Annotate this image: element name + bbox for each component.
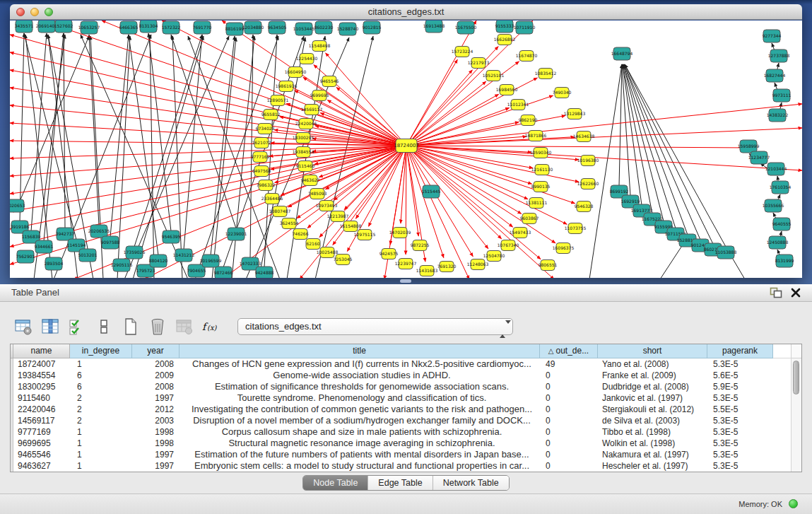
tab-edge-table[interactable]: Edge Table	[368, 476, 433, 490]
cell-name[interactable]: 14569117	[13, 415, 70, 426]
cell-in-degree[interactable]: 2	[70, 415, 132, 426]
cell-short[interactable]: Nakamura et al. (1997)	[598, 449, 707, 460]
zoom-window-button[interactable]	[45, 8, 53, 16]
cell-year[interactable]: 1998	[132, 438, 180, 449]
cell-title[interactable]: Changes of HCN gene expression and I(f) …	[180, 358, 540, 370]
cell-in-degree[interactable]: 6	[70, 370, 132, 381]
cell-short[interactable]: Hescheler et al. (1997)	[598, 460, 707, 472]
cell-short[interactable]: de Silva et al. (2003)	[598, 415, 707, 426]
table-scrollbar-thumb[interactable]	[793, 361, 799, 395]
cell-short[interactable]: Tibbo et al. (1998)	[598, 426, 707, 438]
cell-pagerank[interactable]: 5.3E-5	[707, 426, 773, 438]
cell-year[interactable]: 1997	[132, 392, 180, 404]
window-titlebar[interactable]: citations_edges.txt	[10, 4, 802, 20]
network-view[interactable]: 3435571206914061527602106532576466365813…	[10, 21, 802, 278]
minimize-window-button[interactable]	[30, 8, 39, 16]
cell-out-degree[interactable]: 0	[540, 460, 598, 472]
table-scrollbar[interactable]	[791, 358, 801, 472]
cell-title[interactable]: Tourette syndrome. Phenomenology and cla…	[180, 392, 540, 404]
cell-in-degree[interactable]: 1	[70, 426, 132, 438]
cell-out-degree[interactable]: 0	[540, 449, 598, 460]
cell-in-degree[interactable]: 1	[70, 449, 132, 460]
cell-name[interactable]: 9465546	[13, 449, 70, 460]
cell-pagerank[interactable]: 5.3E-5	[707, 449, 773, 460]
function-builder-icon[interactable]: f (x)	[201, 317, 222, 337]
cell-in-degree[interactable]: 1	[70, 438, 132, 449]
cell-short[interactable]: Stergiakouli et al. (2012)	[598, 404, 707, 415]
cell-title[interactable]: Embryonic stem cells: a model to study s…	[180, 460, 540, 472]
cell-out-degree[interactable]: 0	[540, 438, 598, 449]
table-mode-icon[interactable]	[13, 317, 34, 337]
cell-title[interactable]: Corpus callosum shape and size in male p…	[180, 426, 540, 438]
cell-pagerank[interactable]: 5.3E-5	[707, 415, 773, 426]
cell-pagerank[interactable]: 5.3E-5	[707, 358, 773, 370]
cell-name[interactable]: 9115460	[13, 392, 70, 404]
cell-year[interactable]: 1997	[132, 460, 180, 472]
cell-name[interactable]: 9777169	[13, 426, 70, 438]
column-header-short[interactable]: short	[598, 344, 707, 358]
splitter-grip[interactable]	[400, 279, 411, 283]
cell-title[interactable]: Investigating the contribution of common…	[180, 404, 540, 415]
tab-network-table[interactable]: Network Table	[433, 476, 509, 490]
column-header-pagerank[interactable]: pagerank	[707, 344, 773, 358]
delete-column-icon[interactable]	[147, 317, 168, 337]
cell-year[interactable]: 1998	[132, 426, 180, 438]
cell-out-degree[interactable]: 0	[540, 404, 598, 415]
cell-in-degree[interactable]: 6	[70, 381, 132, 392]
cell-title[interactable]: Estimation of significance thresholds fo…	[180, 381, 540, 392]
cell-out-degree[interactable]: 49	[540, 358, 598, 370]
cell-pagerank[interactable]: 5.3E-5	[707, 438, 773, 449]
cell-out-degree[interactable]: 0	[540, 426, 598, 438]
cell-title[interactable]: Genome-wide association studies in ADHD.	[180, 370, 540, 381]
cell-short[interactable]: Dudbridge et al. (2008)	[598, 381, 707, 392]
cell-in-degree[interactable]: 1	[70, 358, 132, 370]
column-header-out-degree[interactable]: △out_de...	[540, 344, 598, 358]
cell-pagerank[interactable]: 5.9E-5	[707, 381, 773, 392]
cell-title[interactable]: Structural magnetic resonance image aver…	[180, 438, 540, 449]
cell-short[interactable]: Jankovic et al. (1997)	[598, 392, 707, 404]
tab-node-table[interactable]: Node Table	[303, 476, 368, 490]
cell-pagerank[interactable]: 5.3E-5	[707, 392, 773, 404]
cell-pagerank[interactable]: 5.3E-5	[707, 460, 773, 472]
cell-short[interactable]: Wolkin et al. (1998)	[598, 438, 707, 449]
cell-title[interactable]: Disruption of a novel member of a sodium…	[180, 415, 540, 426]
column-header-title[interactable]: title	[180, 344, 540, 358]
cell-name[interactable]: 22420046	[13, 404, 70, 415]
cell-short[interactable]: Yano et al. (2008)	[598, 358, 707, 370]
cell-out-degree[interactable]: 0	[540, 370, 598, 381]
close-window-button[interactable]	[16, 8, 25, 16]
close-panel-icon[interactable]	[789, 287, 802, 298]
show-columns-icon[interactable]	[40, 317, 61, 337]
cell-short[interactable]: Franke et al. (2009)	[598, 370, 707, 381]
cell-name[interactable]: 18300295	[13, 381, 70, 392]
memory-status-icon[interactable]	[789, 499, 798, 508]
cell-out-degree[interactable]: 0	[540, 392, 598, 404]
cell-name[interactable]: 19384554	[13, 370, 70, 381]
cell-year[interactable]: 1997	[132, 449, 180, 460]
cell-year[interactable]: 2008	[132, 381, 180, 392]
cell-in-degree[interactable]: 1	[70, 460, 132, 472]
column-header-name[interactable]: name	[13, 344, 70, 358]
cell-in-degree[interactable]: 2	[70, 392, 132, 404]
cell-year[interactable]: 2009	[132, 370, 180, 381]
cell-year[interactable]: 2003	[132, 415, 180, 426]
cell-pagerank[interactable]: 5.5E-5	[707, 404, 773, 415]
rows-icon[interactable]	[93, 317, 114, 337]
cell-name[interactable]: 18724007	[13, 358, 70, 370]
cell-name[interactable]: 9699695	[13, 438, 70, 449]
new-column-icon[interactable]	[120, 317, 141, 337]
network-canvas[interactable]: 3435571206914061527602106532576466365813…	[10, 21, 802, 278]
column-header-in-degree[interactable]: in_degree	[70, 344, 132, 358]
cell-title[interactable]: Estimation of the future numbers of pati…	[180, 449, 540, 460]
cell-out-degree[interactable]: 0	[540, 415, 598, 426]
cell-year[interactable]: 2012	[132, 404, 180, 415]
column-header-year[interactable]: year	[132, 344, 180, 358]
cell-in-degree[interactable]: 2	[70, 404, 132, 415]
cell-year[interactable]: 2008	[132, 358, 180, 370]
cell-pagerank[interactable]: 5.6E-5	[707, 370, 773, 381]
float-panel-icon[interactable]	[770, 287, 782, 298]
select-columns-icon[interactable]	[66, 317, 88, 337]
delete-table-icon[interactable]	[174, 317, 195, 337]
table-selector[interactable]: citations_edges.txt	[237, 318, 513, 335]
cell-out-degree[interactable]: 0	[540, 381, 598, 392]
